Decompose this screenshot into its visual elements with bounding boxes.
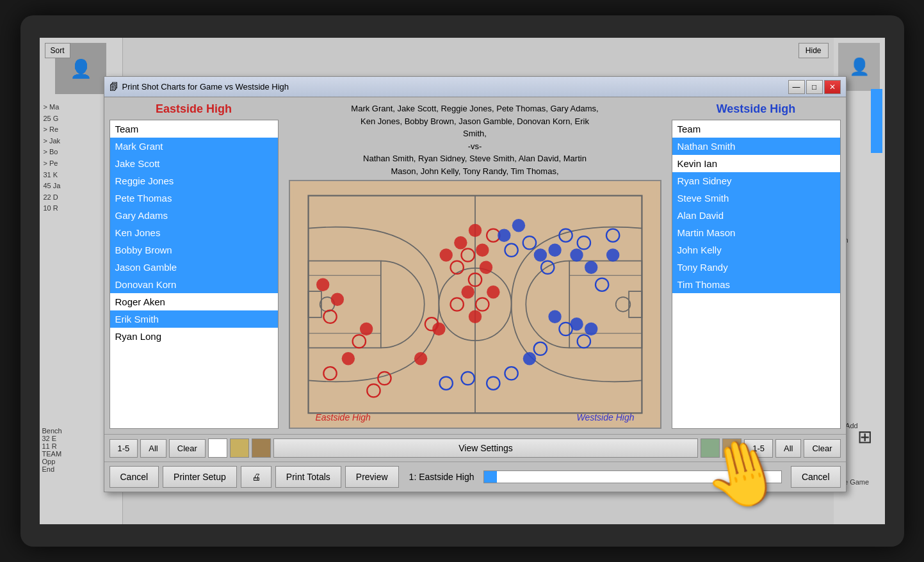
status-text: 1: Eastside High — [409, 472, 474, 482]
east-1-5-button[interactable]: 1-5 — [109, 439, 138, 458]
eastside-player-item[interactable]: Jake Scott — [110, 155, 278, 172]
east-all-button[interactable]: All — [140, 439, 166, 458]
svg-point-25 — [414, 352, 426, 365]
svg-point-28 — [454, 236, 467, 249]
svg-point-31 — [476, 244, 489, 257]
svg-point-19 — [341, 352, 354, 365]
dialog-icon: 🗐 — [109, 82, 118, 92]
west-clear-button[interactable]: Clear — [804, 439, 840, 458]
cancel-left-button[interactable]: Cancel — [109, 466, 159, 488]
svg-point-16 — [316, 278, 329, 291]
dialog-title: Print Shot Charts for Game vs Westside H… — [122, 82, 289, 92]
dialog-body: Eastside High TeamMark GrantJake ScottRe… — [104, 97, 846, 492]
westside-player-item[interactable]: Tony Randy — [672, 259, 840, 276]
westside-player-item[interactable]: Tim Thomas — [672, 276, 840, 293]
svg-point-60 — [523, 352, 535, 365]
swatch-tan[interactable] — [230, 438, 249, 458]
court-svg — [290, 181, 660, 428]
svg-point-52 — [606, 248, 619, 261]
svg-point-23 — [432, 323, 445, 335]
eastside-player-item[interactable]: Pete Thomas — [110, 189, 278, 207]
svg-point-48 — [570, 248, 583, 261]
west-1-5-button[interactable]: 1-5 — [744, 439, 773, 458]
svg-point-37 — [468, 310, 481, 323]
top-section: Eastside High TeamMark GrantJake ScottRe… — [104, 97, 846, 434]
swatch-white[interactable] — [208, 438, 227, 458]
eastside-player-item[interactable]: Bobby Brown — [110, 241, 278, 259]
svg-point-33 — [479, 261, 492, 274]
westside-player-item[interactable]: Steve Smith — [672, 189, 840, 207]
west-all-button[interactable]: All — [775, 439, 801, 458]
minimize-button[interactable]: — — [788, 80, 805, 94]
westside-player-list[interactable]: TeamNathan SmithKevin IanRyan SidneyStev… — [672, 120, 841, 429]
close-button[interactable]: ✕ — [824, 80, 841, 94]
bg-right-text1: th — [841, 204, 882, 212]
eastside-player-item[interactable]: Donovan Korn — [110, 276, 278, 293]
svg-point-17 — [359, 323, 372, 335]
westside-player-item[interactable]: Team — [672, 120, 840, 138]
eastside-player-item[interactable]: Jason Gamble — [110, 259, 278, 276]
svg-point-56 — [570, 317, 583, 330]
eastside-player-item[interactable]: Gary Adams — [110, 207, 278, 224]
court-label-eastside: Eastside High — [316, 412, 371, 422]
print-shot-charts-dialog: 🗐 Print Shot Charts for Game vs Westside… — [104, 76, 847, 492]
svg-point-42 — [512, 219, 524, 232]
bg-scrollbar — [871, 89, 882, 153]
eastside-player-item[interactable]: Team — [110, 120, 278, 138]
title-controls: — □ ✕ — [788, 80, 841, 94]
title-bar-left: 🗐 Print Shot Charts for Game vs Westside… — [109, 82, 289, 92]
svg-point-58 — [584, 323, 597, 335]
svg-point-30 — [468, 224, 481, 237]
preview-button[interactable]: Preview — [345, 466, 399, 488]
westside-player-item[interactable]: John Kelly — [672, 241, 840, 259]
print-totals-button[interactable]: Print Totals — [275, 466, 341, 488]
swatch-khaki[interactable] — [722, 438, 742, 458]
restore-button[interactable]: □ — [806, 80, 823, 94]
westside-player-item[interactable]: Alan David — [672, 207, 840, 224]
westside-player-item[interactable]: Ryan Sidney — [672, 172, 840, 189]
hide-button[interactable]: Hide — [798, 43, 829, 58]
east-clear-button[interactable]: Clear — [169, 439, 206, 458]
bg-bottom-text: Bench32 E11 RTEAMOppEnd — [42, 427, 62, 473]
svg-point-54 — [548, 310, 561, 323]
sort-button[interactable]: Sort — [45, 43, 70, 58]
westside-player-item[interactable]: Martin Mason — [672, 224, 840, 241]
view-settings-button[interactable]: View Settings — [273, 438, 698, 458]
eastside-player-item[interactable]: Mark Grant — [110, 138, 278, 155]
basketball-court: Eastside High Westside High — [289, 180, 661, 429]
print-icon-button[interactable]: 🖨 — [241, 466, 272, 488]
swatch-brown[interactable] — [252, 438, 271, 458]
eastside-player-item[interactable]: Erik Smith — [110, 310, 278, 328]
westside-title: Westside High — [672, 102, 841, 116]
bg-right-text2: on — [841, 236, 882, 244]
cancel-right-button[interactable]: Cancel — [791, 466, 841, 488]
controls-row-2: Cancel Printer Setup 🖨 Print Totals Prev… — [104, 462, 846, 492]
eastside-player-item[interactable]: Ken Jones — [110, 224, 278, 241]
svg-point-26 — [439, 248, 452, 261]
swatch-green[interactable] — [701, 438, 720, 458]
svg-point-40 — [498, 229, 510, 242]
roster-text: Mark Grant, Jake Scott, Reggie Jones, Pe… — [351, 102, 598, 177]
svg-point-35 — [461, 285, 474, 298]
svg-point-44 — [533, 248, 546, 261]
svg-point-39 — [487, 285, 499, 298]
controls-row-1: 1-5 All Clear View Settings 1-5 All Clea… — [104, 434, 846, 462]
printer-setup-button[interactable]: Printer Setup — [163, 466, 237, 488]
bg-right-text4: ve Game — [841, 478, 882, 486]
screen: 👤 > Ma25 G> Re> Jak> Bo> Pe31 K45 Ja22 D… — [40, 38, 885, 524]
eastside-player-list[interactable]: TeamMark GrantJake ScottReggie JonesPete… — [109, 120, 279, 429]
eastside-player-item[interactable]: Reggie Jones — [110, 172, 278, 189]
eastside-title: Eastside High — [109, 102, 279, 116]
progress-bar — [483, 470, 782, 483]
svg-point-46 — [548, 244, 561, 257]
title-bar: 🗐 Print Shot Charts for Game vs Westside… — [104, 77, 846, 97]
eastside-player-item[interactable]: Ryan Long — [110, 328, 278, 345]
windows-logo-icon: ⊞ — [857, 426, 872, 447]
court-label-westside: Westside High — [576, 412, 634, 422]
westside-player-item[interactable]: Kevin Ian — [672, 155, 840, 172]
progress-fill — [484, 471, 497, 483]
westside-player-item[interactable]: Nathan Smith — [672, 138, 840, 155]
eastside-panel: Eastside High TeamMark GrantJake ScottRe… — [104, 97, 284, 434]
svg-point-14 — [330, 293, 343, 306]
eastside-player-item[interactable]: Roger Aken — [110, 293, 278, 310]
